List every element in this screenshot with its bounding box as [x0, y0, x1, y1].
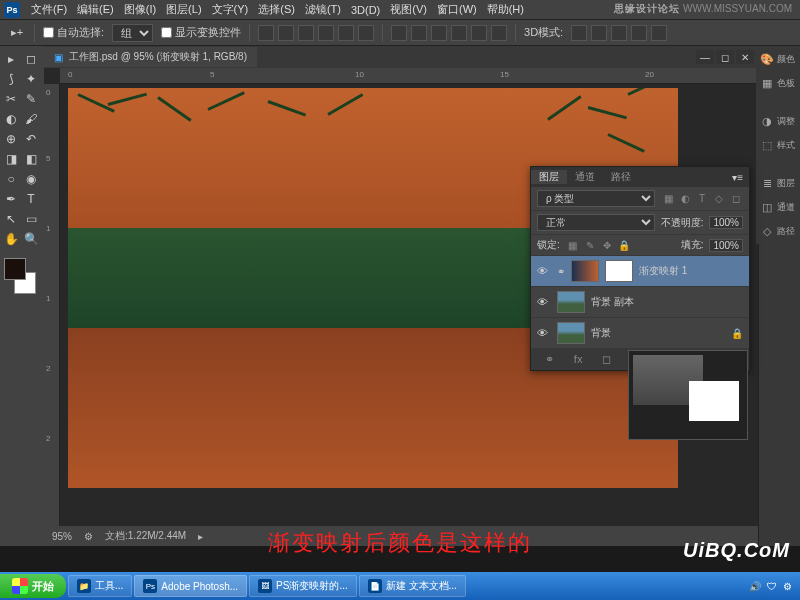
- layer-row[interactable]: 👁 ⚭ 渐变映射 1: [531, 256, 749, 287]
- menu-file[interactable]: 文件(F): [26, 2, 72, 17]
- taskbar-item[interactable]: PsAdobe Photosh...: [134, 575, 247, 597]
- lock-pos-icon[interactable]: ✥: [600, 238, 614, 252]
- align-icon[interactable]: [278, 25, 294, 41]
- fx-icon[interactable]: fx: [574, 353, 583, 366]
- menu-3d[interactable]: 3D(D): [346, 4, 385, 16]
- move-tool-icon[interactable]: ▸+: [8, 24, 26, 42]
- align-icon[interactable]: [358, 25, 374, 41]
- show-transform-checkbox[interactable]: 显示变换控件: [161, 25, 241, 40]
- distribute-icon[interactable]: [431, 25, 447, 41]
- visibility-icon[interactable]: 👁: [537, 327, 551, 339]
- filter-shape-icon[interactable]: ◇: [712, 192, 726, 206]
- styles-panel-tab[interactable]: ⬚样式: [758, 136, 798, 154]
- filter-smart-icon[interactable]: ◻: [729, 192, 743, 206]
- align-icon[interactable]: [338, 25, 354, 41]
- distribute-icon[interactable]: [471, 25, 487, 41]
- document-tab[interactable]: ▣工作图.psd @ 95% (渐变映射 1, RGB/8): [44, 47, 257, 67]
- taskbar-item[interactable]: 📁工具...: [68, 575, 132, 597]
- lasso-tool[interactable]: ⟆: [2, 70, 20, 88]
- distribute-icon[interactable]: [451, 25, 467, 41]
- mode3d-icon[interactable]: [591, 25, 607, 41]
- menu-image[interactable]: 图像(I): [119, 2, 161, 17]
- tray-icon[interactable]: ⚙: [783, 581, 792, 592]
- wand-tool[interactable]: ✦: [22, 70, 40, 88]
- auto-select-checkbox[interactable]: 自动选择:: [43, 25, 104, 40]
- layer-thumb[interactable]: [557, 322, 585, 344]
- layer-name[interactable]: 背景 副本: [591, 295, 634, 309]
- menu-select[interactable]: 选择(S): [253, 2, 300, 17]
- mask-icon[interactable]: ◻: [602, 353, 611, 366]
- move-tool[interactable]: ▸: [2, 50, 20, 68]
- menu-layer[interactable]: 图层(L): [161, 2, 206, 17]
- taskbar-item[interactable]: 🖼PS渐变映射的...: [249, 575, 357, 597]
- close-icon[interactable]: ✕: [736, 50, 754, 64]
- visibility-icon[interactable]: 👁: [537, 265, 551, 277]
- mode3d-icon[interactable]: [631, 25, 647, 41]
- distribute-icon[interactable]: [491, 25, 507, 41]
- menu-view[interactable]: 视图(V): [385, 2, 432, 17]
- align-icon[interactable]: [318, 25, 334, 41]
- layer-thumb[interactable]: [571, 260, 599, 282]
- mode3d-icon[interactable]: [611, 25, 627, 41]
- channels-panel-tab[interactable]: ◫通道: [758, 198, 798, 216]
- filter-type-icon[interactable]: T: [695, 192, 709, 206]
- zoom-tool[interactable]: 🔍: [22, 230, 40, 248]
- filter-pixel-icon[interactable]: ▦: [661, 192, 675, 206]
- swatches-panel-tab[interactable]: ▦色板: [758, 74, 798, 92]
- fg-color-swatch[interactable]: [4, 258, 26, 280]
- tray-icon[interactable]: 🛡: [767, 581, 777, 592]
- shape-tool[interactable]: ▭: [22, 210, 40, 228]
- fill-value[interactable]: 100%: [709, 239, 743, 252]
- gradient-tool[interactable]: ◧: [22, 150, 40, 168]
- lock-all-icon[interactable]: 🔒: [617, 238, 631, 252]
- minimize-icon[interactable]: —: [696, 50, 714, 64]
- system-tray[interactable]: 🔊🛡⚙: [741, 581, 800, 592]
- mode3d-icon[interactable]: [651, 25, 667, 41]
- tray-icon[interactable]: 🔊: [749, 581, 761, 592]
- tab-layers[interactable]: 图层: [531, 170, 567, 184]
- dodge-tool[interactable]: ◉: [22, 170, 40, 188]
- menu-filter[interactable]: 滤镜(T): [300, 2, 346, 17]
- lock-trans-icon[interactable]: ▦: [566, 238, 580, 252]
- visibility-icon[interactable]: 👁: [537, 296, 551, 308]
- link-layers-icon[interactable]: ⚭: [545, 353, 554, 366]
- maximize-icon[interactable]: ◻: [716, 50, 734, 64]
- mode3d-icon[interactable]: [571, 25, 587, 41]
- marquee-tool[interactable]: ◻: [22, 50, 40, 68]
- layer-row[interactable]: 👁 背景 🔒: [531, 318, 749, 349]
- distribute-icon[interactable]: [411, 25, 427, 41]
- heal-tool[interactable]: ◐: [2, 110, 20, 128]
- stamp-tool[interactable]: ⊕: [2, 130, 20, 148]
- align-icon[interactable]: [298, 25, 314, 41]
- eyedropper-tool[interactable]: ✎: [22, 90, 40, 108]
- tab-channels[interactable]: 通道: [567, 170, 603, 184]
- adjustments-panel-tab[interactable]: ◑调整: [758, 112, 798, 130]
- auto-select-dropdown[interactable]: 组: [112, 24, 153, 42]
- eraser-tool[interactable]: ◨: [2, 150, 20, 168]
- type-tool[interactable]: T: [22, 190, 40, 208]
- menu-type[interactable]: 文字(Y): [207, 2, 254, 17]
- layer-row[interactable]: 👁 背景 副本: [531, 287, 749, 318]
- color-panel-tab[interactable]: 🎨颜色: [758, 50, 798, 68]
- color-swatches[interactable]: [2, 258, 38, 294]
- menu-help[interactable]: 帮助(H): [482, 2, 529, 17]
- brush-tool[interactable]: 🖌: [22, 110, 40, 128]
- layer-filter-dropdown[interactable]: ρ 类型: [537, 190, 655, 207]
- lock-pixel-icon[interactable]: ✎: [583, 238, 597, 252]
- opacity-value[interactable]: 100%: [709, 216, 743, 229]
- path-tool[interactable]: ↖: [2, 210, 20, 228]
- menu-edit[interactable]: 编辑(E): [72, 2, 119, 17]
- align-icon[interactable]: [258, 25, 274, 41]
- layer-thumb[interactable]: [557, 291, 585, 313]
- start-button[interactable]: 开始: [0, 574, 66, 598]
- distribute-icon[interactable]: [391, 25, 407, 41]
- blur-tool[interactable]: ○: [2, 170, 20, 188]
- panel-menu-icon[interactable]: ▾≡: [726, 172, 749, 183]
- layer-name[interactable]: 渐变映射 1: [639, 264, 687, 278]
- blend-mode-dropdown[interactable]: 正常: [537, 214, 655, 231]
- paths-panel-tab[interactable]: ◇路径: [758, 222, 798, 240]
- crop-tool[interactable]: ✂: [2, 90, 20, 108]
- history-tool[interactable]: ↶: [22, 130, 40, 148]
- filter-adjust-icon[interactable]: ◐: [678, 192, 692, 206]
- pen-tool[interactable]: ✒: [2, 190, 20, 208]
